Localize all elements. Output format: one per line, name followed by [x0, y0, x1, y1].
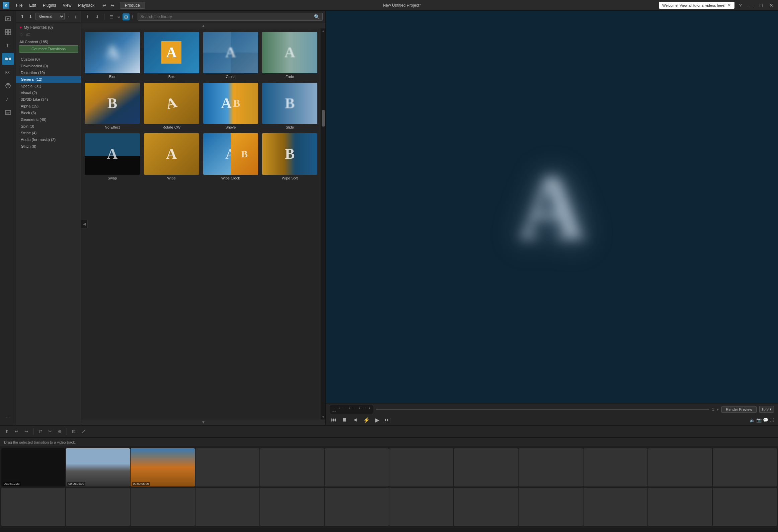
track-clip-11[interactable] [648, 448, 712, 486]
redo-button[interactable]: ↪ [109, 2, 116, 9]
transition-shove[interactable]: A B Shove [203, 82, 259, 130]
close-button[interactable]: ✕ [767, 2, 775, 9]
scroll-thumb-handle[interactable] [322, 110, 325, 127]
tutorial-banner[interactable]: Welcome! View all tutorial videos here! … [659, 2, 734, 9]
sidebar-icon-storyboard[interactable] [2, 26, 14, 38]
play-to-end-button[interactable]: ⏭ [383, 416, 391, 424]
content-scrollbar[interactable]: ▲ ▼ [321, 28, 325, 420]
frame-back-button[interactable]: ◄ [351, 416, 359, 424]
fav-icon-tag[interactable]: 🏷 [26, 32, 30, 37]
track-clip-3[interactable]: 00:00:05:00 [131, 448, 194, 486]
aspect-ratio-select[interactable]: 16:9 ▾ [759, 406, 774, 413]
transition-swap[interactable]: A Swap [84, 133, 141, 181]
transition-blur[interactable]: A Blur [84, 31, 141, 79]
play-to-start-button[interactable]: ⏮ [330, 416, 338, 424]
sidebar-item-geometric[interactable]: Geometric (49) [16, 116, 81, 123]
scroll-up-button[interactable]: ▲ [81, 23, 325, 28]
tl-import-button[interactable]: ⬆ [3, 428, 10, 435]
transition-noeffect[interactable]: B No Effect [84, 82, 141, 130]
import2-button[interactable]: ↓ [73, 13, 79, 20]
audio-clip-10[interactable] [584, 488, 647, 526]
transition-wipesoft[interactable]: B Wipe Soft [261, 133, 318, 181]
scroll-thumb-track[interactable] [322, 33, 325, 414]
tl-ripple-button[interactable]: ⇄ [37, 428, 44, 435]
preview-seek-bar[interactable] [376, 409, 709, 410]
sidebar-item-glitch[interactable]: Glitch (8) [16, 143, 81, 150]
audio-clip-7[interactable] [389, 488, 453, 526]
scroll-up-arrow[interactable]: ▲ [321, 28, 325, 33]
transition-fade[interactable]: A Fade [261, 31, 318, 79]
tutorial-close-icon[interactable]: ✕ [727, 3, 731, 8]
view-list2-button[interactable]: ≡ [116, 13, 122, 20]
menu-view[interactable]: View [60, 2, 74, 9]
menu-plugins[interactable]: Plugins [40, 2, 59, 9]
transition-wipe[interactable]: A Wipe [143, 133, 200, 181]
maximize-button[interactable]: □ [758, 2, 765, 9]
track-clip-7[interactable] [389, 448, 453, 486]
sidebar-icon-music[interactable]: ♪ [2, 93, 14, 105]
transition-wipeclock[interactable]: A B Wipe Clock [203, 133, 259, 181]
undo-button[interactable]: ↩ [101, 2, 108, 9]
subtitles-button[interactable]: 💬 [763, 417, 768, 423]
audio-clip-9[interactable] [519, 488, 582, 526]
sidebar-item-audio[interactable]: Audio (for music) (2) [16, 136, 81, 143]
track-clip-1[interactable]: 00:03:12:23 [1, 448, 65, 486]
sidebar-icon-overlays[interactable] [2, 80, 14, 92]
playback-speed-button[interactable]: 1 [712, 407, 714, 411]
download-button[interactable]: ⬇ [27, 13, 34, 20]
audio-clip-6[interactable] [325, 488, 389, 526]
produce-button[interactable]: Produce [120, 2, 145, 9]
audio-clip-5[interactable] [260, 488, 324, 526]
audio-clip-4[interactable] [196, 488, 259, 526]
menu-file[interactable]: File [13, 2, 25, 9]
search-input[interactable] [141, 14, 312, 19]
sidebar-item-3d[interactable]: 3D/3D-Like (34) [16, 96, 81, 103]
sidebar-item-visual[interactable]: Visual (2) [16, 89, 81, 96]
sidebar-item-general[interactable]: General (12) [16, 76, 81, 83]
view-grid-button[interactable]: ⊞ [123, 13, 130, 20]
transition-box[interactable]: A Box [143, 31, 200, 79]
track-clip-9[interactable] [519, 448, 582, 486]
sidebar-item-distortion[interactable]: Distortion (19) [16, 69, 81, 76]
get-more-transitions-button[interactable]: Get more Transitions [19, 45, 78, 53]
sidebar-item-spin[interactable]: Spin (3) [16, 123, 81, 130]
import-button[interactable]: ⬆ [19, 13, 26, 20]
sidebar-icon-text[interactable]: T [2, 40, 14, 52]
fullscreen-button[interactable]: ⛶ [770, 417, 774, 423]
audio-clip-3[interactable] [131, 488, 194, 526]
menu-edit[interactable]: Edit [26, 2, 39, 9]
screenshot-button[interactable]: 📷 [756, 417, 762, 423]
scroll-down-arrow[interactable]: ▼ [321, 414, 325, 420]
sidebar-item-downloaded[interactable]: Downloaded (0) [16, 63, 81, 69]
view-grid2-button[interactable]: ⁞ [130, 13, 135, 20]
audio-clip-12[interactable] [713, 488, 777, 526]
track-clip-12[interactable] [713, 448, 777, 486]
split-button[interactable]: ⚡ [362, 416, 371, 424]
volume-button[interactable]: 🔈 [750, 417, 755, 423]
track-clip-4[interactable] [196, 448, 259, 486]
sidebar-icon-effects[interactable]: FX [2, 66, 14, 78]
transition-cross[interactable]: A Cross [203, 31, 259, 79]
play-button[interactable]: ▶ [374, 416, 381, 424]
view-list-button[interactable]: ☰ [108, 13, 115, 20]
tl-zoom-in-button[interactable]: ⊕ [56, 428, 63, 435]
audio-clip-8[interactable] [454, 488, 518, 526]
tl-undo-button[interactable]: ↩ [13, 428, 20, 435]
tl-zoom-fit-button[interactable]: ⊡ [70, 428, 77, 435]
transition-slide[interactable]: B Slide [261, 82, 318, 130]
sidebar-icon-media[interactable] [2, 13, 14, 25]
track-clip-2[interactable]: 00:00:05:00 [66, 448, 130, 486]
content-download-button[interactable]: ⬇ [94, 13, 101, 20]
search-box[interactable]: 🔍 [138, 13, 323, 21]
sidebar-icon-subtitles[interactable] [2, 106, 14, 119]
track-clip-6[interactable] [325, 448, 389, 486]
sidebar-item-alpha[interactable]: Alpha (15) [16, 103, 81, 109]
content-import-button[interactable]: ⬆ [84, 13, 91, 20]
sidebar-item-block[interactable]: Block (6) [16, 109, 81, 116]
sidebar-icon-transitions[interactable] [2, 53, 14, 65]
export-button[interactable]: ↑ [66, 13, 72, 20]
track-clip-8[interactable] [454, 448, 518, 486]
tl-expand-button[interactable]: ⤢ [80, 428, 87, 435]
timeline-scrollbar[interactable] [0, 529, 778, 532]
tl-redo-button[interactable]: ↪ [23, 428, 30, 435]
